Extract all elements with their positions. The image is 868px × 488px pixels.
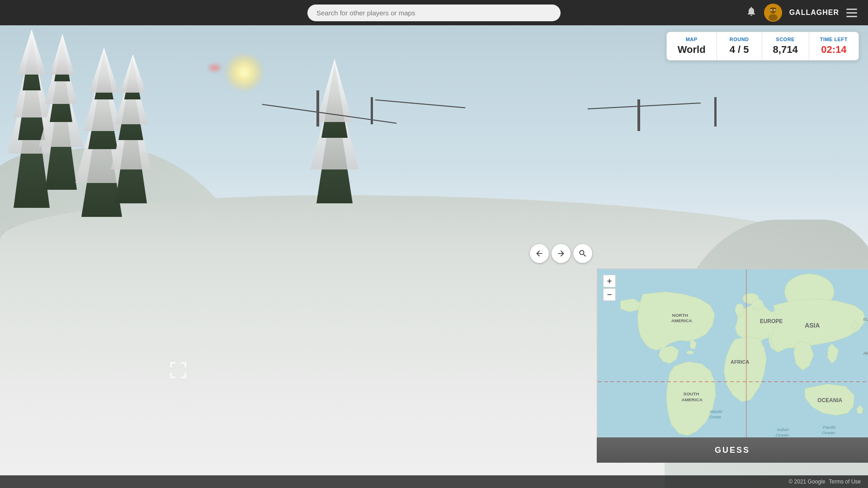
world-map-svg: EUROPE ASIA AFRICA NORTH AMERICA SOUTH A… [598, 269, 868, 463]
zoom-out-button[interactable]: − [603, 288, 616, 301]
svg-text:AMERICA: AMERICA [682, 397, 703, 402]
time-info-cell: TIME LEFT 02:14 [809, 32, 859, 60]
zoom-toggle-button[interactable] [573, 244, 592, 263]
score-value: 8,714 [773, 44, 798, 56]
lift-tower-1 [316, 90, 319, 127]
footer-terms-link[interactable]: Terms of Use [829, 479, 861, 485]
turn-forward-button[interactable] [552, 244, 571, 263]
map-value: World [678, 44, 706, 56]
svg-text:NORTH: NORTH [672, 313, 688, 318]
svg-text:EU: EU [863, 317, 868, 322]
map-container: EUROPE ASIA AFRICA NORTH AMERICA SOUTH A… [597, 268, 868, 463]
zoom-in-button[interactable]: + [603, 275, 616, 287]
svg-point-11 [735, 304, 744, 316]
svg-text:SOUTH: SOUTH [684, 391, 699, 396]
svg-text:Ocean: Ocean [776, 432, 789, 437]
lift-tower-2 [371, 97, 373, 124]
score-info-cell: SCORE 8,714 [762, 32, 809, 60]
map-label: MAP [678, 37, 706, 42]
username[interactable]: GALLAGHER [789, 9, 839, 17]
svg-text:Ocean: Ocean [822, 430, 835, 435]
round-info-cell: ROUND 4 / 5 [717, 32, 762, 60]
search-input[interactable] [307, 5, 561, 21]
expand-icon[interactable] [167, 359, 189, 384]
search-container [307, 5, 561, 21]
svg-text:EUROPE: EUROPE [760, 318, 783, 324]
round-label: ROUND [728, 37, 751, 42]
guess-button[interactable]: GUESS [597, 437, 868, 463]
topbar-right: GALLAGHER [746, 4, 857, 22]
svg-point-6 [774, 10, 775, 11]
svg-text:Atlantic: Atlantic [709, 410, 723, 414]
svg-point-5 [771, 10, 772, 11]
footer-copyright: © 2021 Google [788, 479, 825, 485]
ski-lift-cable-2 [375, 99, 465, 108]
map-info-cell: MAP World [667, 32, 717, 60]
bottom-bar: © 2021 Google Terms of Use [0, 475, 868, 488]
score-label: SCORE [773, 37, 798, 42]
svg-point-2 [769, 14, 778, 21]
lift-tower-3 [637, 99, 640, 131]
bell-icon[interactable] [746, 6, 757, 19]
ski-lift-cable-3 [588, 103, 701, 109]
svg-text:Pacific: Pacific [823, 425, 836, 430]
svg-text:AFRICA: AFRICA [731, 359, 749, 365]
sun [226, 54, 262, 90]
topbar: GALLAGHER [0, 0, 868, 25]
time-value: 02:14 [820, 44, 848, 56]
hamburger-menu[interactable] [846, 9, 857, 17]
navigation-controls [530, 244, 592, 263]
map-panel[interactable]: EUROPE ASIA AFRICA NORTH AMERICA SOUTH A… [597, 268, 868, 463]
time-label: TIME LEFT [820, 37, 848, 42]
game-info-panel: MAP World ROUND 4 / 5 SCORE 8,714 TIME L… [666, 32, 859, 61]
map-zoom-controls: + − [603, 275, 616, 301]
svg-point-10 [686, 351, 693, 354]
turn-back-button[interactable] [530, 244, 549, 263]
svg-text:AMERICA: AMERICA [671, 318, 692, 323]
round-value: 4 / 5 [728, 44, 751, 56]
svg-text:AF: AF [863, 351, 868, 356]
lift-tower-4 [714, 97, 717, 127]
lens-flare [208, 63, 222, 72]
svg-text:Indian: Indian [777, 427, 790, 432]
svg-text:Ocean: Ocean [709, 415, 721, 419]
svg-text:OCEANIA: OCEANIA [817, 397, 842, 404]
svg-text:ASIA: ASIA [805, 322, 820, 329]
avatar[interactable] [764, 4, 782, 22]
